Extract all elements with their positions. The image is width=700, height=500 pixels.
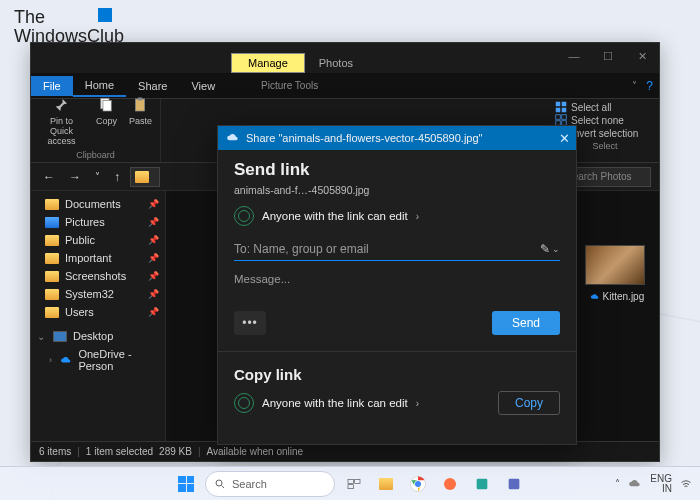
recent-button[interactable]: ˅: [91, 169, 104, 184]
ribbon-label-clipboard: Clipboard: [76, 150, 115, 162]
svg-line-17: [222, 485, 225, 488]
status-availability: Available when online: [207, 446, 304, 457]
ribbon-collapse-icon[interactable]: ˅: [632, 80, 637, 91]
close-button[interactable]: ✕: [625, 43, 659, 69]
tab-view[interactable]: View: [179, 76, 227, 96]
file-thumb-kitten[interactable]: Kitten.jpg: [585, 245, 649, 302]
watermark-logo: [98, 8, 112, 22]
divider: [218, 351, 576, 352]
taskbar-app-chrome[interactable]: [405, 471, 431, 497]
taskbar-app-explorer[interactable]: [373, 471, 399, 497]
svg-point-22: [415, 481, 421, 487]
start-button[interactable]: [173, 471, 199, 497]
svg-rect-7: [562, 108, 567, 113]
wifi-icon[interactable]: [680, 478, 692, 490]
svg-rect-24: [477, 478, 488, 489]
status-selected: 1 item selected: [86, 446, 153, 457]
tab-picture-tools[interactable]: Picture Tools: [249, 76, 330, 95]
tray-chevron-icon[interactable]: ˄: [615, 478, 620, 489]
context-group-photos: Photos: [305, 54, 367, 72]
folder-icon: [379, 478, 393, 490]
svg-rect-9: [562, 115, 567, 120]
share-close-button[interactable]: ✕: [559, 131, 570, 146]
pin-icon: 📌: [148, 271, 159, 281]
globe-icon: [234, 206, 254, 226]
back-button[interactable]: ←: [39, 168, 59, 186]
taskbar-app-browser[interactable]: [437, 471, 463, 497]
address-bar[interactable]: [130, 167, 160, 187]
chevron-down-icon[interactable]: ⌄: [552, 244, 560, 254]
copy-button[interactable]: Copy: [92, 94, 121, 128]
sidebar-item-important[interactable]: Important📌: [31, 249, 165, 267]
taskbar-app-generic[interactable]: [469, 471, 495, 497]
message-input[interactable]: Message...: [234, 273, 560, 285]
task-view-button[interactable]: [341, 471, 367, 497]
forward-button[interactable]: →: [65, 168, 85, 186]
sidebar-item-system32[interactable]: System32📌: [31, 285, 165, 303]
folder-icon: [135, 171, 149, 183]
sidebar-item-documents[interactable]: Documents📌: [31, 195, 165, 213]
svg-rect-3: [138, 98, 143, 101]
sidebar-item-pictures[interactable]: Pictures📌: [31, 213, 165, 231]
send-link-heading: Send link: [234, 160, 560, 180]
chrome-icon: [409, 475, 427, 493]
sidebar-item-screenshots[interactable]: Screenshots📌: [31, 267, 165, 285]
copy-permission-selector[interactable]: Anyone with the link can edit ›: [234, 393, 419, 413]
sidebar-item-users[interactable]: Users📌: [31, 303, 165, 321]
send-button[interactable]: Send: [492, 311, 560, 335]
pin-icon: 📌: [148, 253, 159, 263]
taskbar-search[interactable]: Search: [205, 471, 335, 497]
pin-icon: 📌: [148, 235, 159, 245]
more-options-button[interactable]: •••: [234, 311, 266, 335]
share-filename: animals-and-f…-4505890.jpg: [234, 184, 560, 196]
svg-rect-19: [355, 479, 360, 483]
language-indicator[interactable]: ENGIN: [650, 474, 672, 494]
svg-rect-6: [556, 108, 561, 113]
titlebar[interactable]: Manage Photos — ☐ ✕: [31, 43, 659, 73]
pin-icon: 📌: [148, 217, 159, 227]
up-button[interactable]: ↑: [110, 168, 124, 186]
permission-label: Anyone with the link can edit: [262, 210, 408, 222]
svg-point-23: [444, 478, 456, 490]
sidebar-item-onedrive[interactable]: ›OneDrive - Person: [31, 345, 165, 375]
edit-permission-icon[interactable]: ✎: [540, 242, 550, 256]
sidebar-item-desktop[interactable]: Desktop: [31, 327, 165, 345]
select-all-button[interactable]: Select all: [555, 101, 655, 113]
pin-icon: [52, 96, 70, 114]
svg-rect-1: [103, 101, 111, 112]
copy-link-heading: Copy link: [234, 366, 560, 383]
recipients-input[interactable]: [234, 242, 540, 256]
status-item-count: 6 items: [39, 446, 71, 457]
thumb-label: Kitten.jpg: [603, 291, 645, 302]
app-icon: [474, 476, 490, 492]
paste-button[interactable]: Paste: [125, 94, 156, 128]
taskbar: Search ˄ ENGIN: [0, 466, 700, 500]
onedrive-tray-icon[interactable]: [628, 479, 642, 489]
thumbnail-image: [585, 245, 645, 285]
pin-icon: 📌: [148, 307, 159, 317]
recipients-row: ✎ ⌄: [234, 238, 560, 261]
pin-to-quick-access-button[interactable]: Pin to Quick access: [35, 94, 88, 148]
app-icon: [506, 476, 522, 492]
copy-button[interactable]: Copy: [498, 391, 560, 415]
pin-icon: 📌: [148, 289, 159, 299]
maximize-button[interactable]: ☐: [591, 43, 625, 69]
svg-rect-20: [348, 484, 353, 488]
copy-icon: [97, 96, 115, 114]
sidebar-item-public[interactable]: Public📌: [31, 231, 165, 249]
taskbar-app-generic-2[interactable]: [501, 471, 527, 497]
search-icon: [214, 478, 226, 490]
svg-rect-8: [556, 115, 561, 120]
share-titlebar[interactable]: Share "animals-and-flowers-vector-450589…: [218, 126, 576, 150]
paste-icon: [131, 96, 149, 114]
system-tray[interactable]: ˄ ENGIN: [615, 474, 692, 494]
cloud-sync-icon: [590, 293, 600, 301]
svg-rect-4: [556, 102, 561, 107]
svg-rect-2: [136, 99, 145, 111]
minimize-button[interactable]: —: [557, 43, 591, 69]
permission-selector[interactable]: Anyone with the link can edit ›: [234, 206, 560, 226]
help-icon[interactable]: ?: [646, 79, 653, 93]
chevron-right-icon: ›: [416, 211, 419, 222]
context-tab-manage[interactable]: Manage: [231, 53, 305, 73]
svg-point-16: [216, 480, 222, 486]
